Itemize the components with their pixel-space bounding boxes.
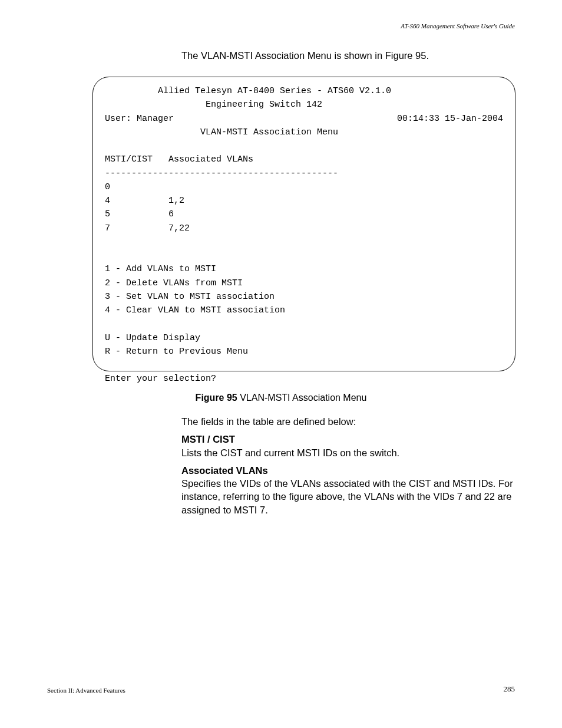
document-header: AT-S60 Management Software User's Guide — [401, 22, 515, 29]
defs-intro: The fields in the table are defined belo… — [181, 415, 514, 428]
terminal-menu-title: VLAN-MSTI Association Menu — [105, 126, 503, 139]
table-row: 5 6 — [105, 207, 503, 221]
terminal-blank — [105, 358, 503, 372]
terminal-title-2: Engineering Switch 142 — [105, 98, 503, 111]
terminal-blank — [105, 317, 503, 331]
nav-option: U - Update Display — [105, 331, 503, 345]
terminal-user-row: User: Manager 00:14:33 15-Jan-2004 — [105, 112, 503, 126]
footer-page-number: 285 — [504, 684, 515, 694]
menu-option: 3 - Set VLAN to MSTI association — [105, 290, 503, 304]
terminal-separator: ----------------------------------------… — [105, 167, 503, 180]
table-row: 4 1,2 — [105, 194, 503, 207]
terminal-blank — [105, 249, 503, 262]
terminal-table-header: MSTI/CIST Associated VLANs — [105, 153, 503, 166]
menu-option: 1 - Add VLANs to MSTI — [105, 262, 503, 276]
terminal-title-1: Allied Telesyn AT-8400 Series - ATS60 V2… — [105, 84, 503, 98]
menu-option: 4 - Clear VLAN to MSTI association — [105, 304, 503, 317]
terminal-user: User: Manager — [105, 112, 174, 126]
terminal-blank — [105, 235, 503, 249]
nav-option: R - Return to Previous Menu — [105, 345, 503, 358]
footer-section: Section II: Advanced Features — [47, 687, 125, 694]
terminal-timestamp: 00:14:33 15-Jan-2004 — [397, 112, 503, 126]
definition-body: Lists the CIST and current MSTI IDs on t… — [181, 446, 514, 459]
figure-label: Figure 95 — [196, 393, 237, 403]
terminal-screen: Allied Telesyn AT-8400 Series - ATS60 V2… — [92, 77, 515, 371]
terminal-blank — [105, 139, 503, 153]
figure-caption-text: VLAN-MSTI Association Menu — [237, 393, 367, 403]
figure-caption: Figure 95 VLAN-MSTI Association Menu — [0, 393, 562, 403]
body-content: The fields in the table are defined belo… — [181, 415, 514, 521]
definition-body: Specifies the VIDs of the VLANs associat… — [181, 477, 514, 516]
table-row: 7 7,22 — [105, 222, 503, 235]
definition-title: Associated VLANs — [181, 464, 514, 477]
intro-paragraph: The VLAN-MSTI Association Menu is shown … — [181, 50, 429, 61]
table-row: 0 — [105, 180, 503, 194]
terminal-prompt: Enter your selection? — [105, 372, 503, 386]
menu-option: 2 - Delete VLANs from MSTI — [105, 276, 503, 290]
definition-title: MSTI / CIST — [181, 433, 514, 446]
